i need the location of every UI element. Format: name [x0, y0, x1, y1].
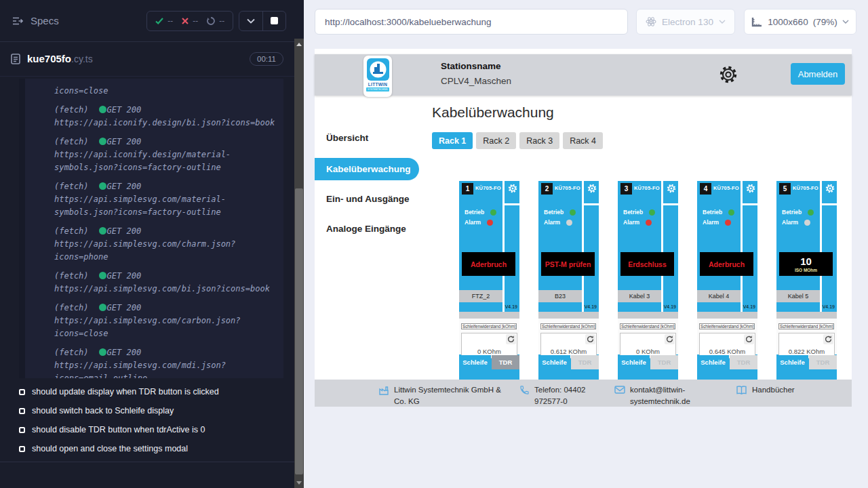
chevron-down-icon: [247, 18, 255, 24]
tab-rack-2[interactable]: Rack 2: [476, 132, 516, 149]
alarm-status: Alarm: [782, 219, 810, 226]
betrieb-led-icon: [490, 209, 496, 216]
status-ok-dot-icon: [99, 304, 106, 311]
spec-extension: .cy.ts: [71, 54, 93, 64]
firmware-version: V4.19: [585, 304, 597, 309]
collapse-all-button[interactable]: [239, 12, 262, 30]
refresh-icon[interactable]: [506, 334, 516, 344]
device-model: KÜ705-FO: [555, 185, 580, 191]
sidebar-item-uebersicht[interactable]: Übersicht: [326, 133, 368, 143]
tab-rack-4[interactable]: Rack 4: [563, 132, 603, 149]
tdr-button[interactable]: TDR: [492, 355, 519, 369]
test-pending-icon: [19, 389, 25, 395]
betrieb-led-icon: [649, 209, 655, 216]
refresh-icon[interactable]: [744, 334, 754, 344]
refresh-icon[interactable]: [585, 334, 595, 344]
test-item[interactable]: should disable TDR button when tdrActive…: [0, 420, 294, 439]
factory-icon: [378, 385, 389, 396]
alarm-status: Alarm: [465, 219, 493, 226]
scrollbar-track[interactable]: [294, 39, 304, 488]
browser-select[interactable]: Electron 130: [636, 9, 735, 35]
alarm-led-icon: [487, 220, 493, 226]
network-log-entry[interactable]: (fetch)GET 200 https://api.simplesvg.com…: [54, 346, 277, 378]
electron-icon: [646, 16, 656, 27]
measurement-label: Schleifenwiderstand [kOhm]: [699, 323, 755, 329]
device-settings-gear-icon[interactable]: [508, 184, 517, 196]
tab-rack-3[interactable]: Rack 3: [519, 132, 559, 149]
divider: [538, 312, 599, 319]
logout-button[interactable]: Abmelden: [791, 63, 845, 85]
status-ok-dot-icon: [99, 227, 106, 235]
divider: [743, 203, 757, 205]
check-icon: [155, 18, 163, 24]
measurement-label: Schleifenwiderstand [kOhm]: [778, 323, 834, 329]
log-continuation[interactable]: icons=close: [54, 85, 277, 98]
settings-gear-icon[interactable]: [719, 65, 738, 87]
test-pending-icon: [19, 446, 25, 452]
tdr-button[interactable]: TDR: [809, 355, 837, 369]
device-model: KÜ705-FO: [713, 185, 739, 191]
firmware-version: V4.19: [743, 304, 755, 309]
tdr-button[interactable]: TDR: [730, 355, 757, 369]
network-log-entry[interactable]: (fetch)GET 200 https://api.simplesvg.com…: [54, 302, 277, 340]
schleife-button[interactable]: Schleife: [697, 355, 729, 369]
network-log-entry[interactable]: (fetch)GET 200 https://api.simplesvg.com…: [54, 225, 277, 264]
scroll-down-arrow-icon[interactable]: [296, 481, 302, 485]
sidebar-item-analoge-eingaenge[interactable]: Analoge Eingänge: [326, 224, 406, 234]
measurement-value: 0.645 KOhm: [700, 348, 755, 355]
sidebar-item-kabelueberwachung[interactable]: Kabelüberwachung: [315, 158, 419, 180]
logo-subtext: SYSTEMTECHNIK: [366, 87, 389, 92]
network-log-entry[interactable]: (fetch)GET 200 https://api.simplesvg.com…: [54, 270, 277, 296]
device-settings-gear-icon[interactable]: [746, 184, 755, 196]
url-bar[interactable]: http://localhost:3000/kabelueberwachung: [315, 9, 628, 35]
device-card-1: 1 KÜ705-FO Betrieb Alarm Aderbruch FTZ_2…: [459, 181, 519, 384]
device-settings-gear-icon[interactable]: [825, 184, 835, 196]
footer-manuals[interactable]: Handbücher: [736, 384, 795, 396]
test-item[interactable]: should switch back to Schleife display: [0, 401, 294, 420]
divider: [582, 181, 584, 312]
schleife-button[interactable]: Schleife: [538, 355, 570, 369]
viewport-select[interactable]: 1000x660 (79%): [744, 9, 856, 35]
tdr-button[interactable]: TDR: [571, 355, 599, 369]
company-logo: LITTWIN SYSTEMTECHNIK: [363, 56, 392, 97]
footer-email[interactable]: kontakt@littwin-systemtechnik.de: [614, 384, 705, 408]
refresh-icon[interactable]: [823, 334, 833, 344]
sidebar-item-ein-und-ausgaenge[interactable]: Ein- und Ausgänge: [326, 194, 410, 204]
test-item[interactable]: should open and close the settings modal: [0, 439, 294, 458]
network-log-entry[interactable]: (fetch)GET 200 https://api.iconify.desig…: [54, 104, 277, 129]
schleife-button[interactable]: Schleife: [459, 355, 491, 369]
device-card-5: 5 KÜ705-FO Betrieb Alarm 10 ISO MOhm Kab…: [776, 181, 837, 384]
scroll-up-arrow-icon[interactable]: [296, 43, 302, 46]
test-item[interactable]: should update display when TDR button is…: [0, 382, 294, 401]
network-log-entry[interactable]: (fetch)GET 200 https://api.simplesvg.com…: [54, 180, 277, 219]
firmware-version: V4.19: [505, 304, 517, 309]
browser-name: Electron 130: [662, 17, 713, 27]
schleife-button[interactable]: Schleife: [618, 355, 650, 369]
divider: [505, 203, 519, 205]
device-settings-gear-icon[interactable]: [667, 184, 676, 196]
betrieb-led-icon: [808, 209, 814, 216]
reporter-scrollbar[interactable]: [294, 0, 304, 488]
run-controls: [239, 11, 286, 31]
rack-tabs: Rack 1 Rack 2 Rack 3 Rack 4: [432, 132, 603, 149]
network-log-entry[interactable]: (fetch)GET 200 https://api.iconify.desig…: [54, 136, 277, 174]
device-card-4: 4 KÜ705-FO Betrieb Alarm Aderbruch Kabel…: [697, 181, 757, 384]
scrollbar-thumb[interactable]: [295, 188, 303, 474]
app-window: Stationsname CPLV4_Maschen Abmelden: [315, 49, 852, 407]
refresh-icon[interactable]: [665, 334, 675, 344]
spec-row[interactable]: kue705fo.cy.ts 00:11: [0, 42, 294, 77]
divider: [822, 203, 837, 205]
tab-rack-1[interactable]: Rack 1: [432, 132, 473, 149]
measurement-panel: Schleifenwiderstand [kOhm] 0.645 KOhm: [697, 319, 757, 354]
specs-menu-icon[interactable]: [12, 16, 23, 26]
request-url: https://api.simplesvg.com/carbon.json?ic…: [54, 314, 277, 340]
mode-buttons: Schleife TDR: [776, 355, 837, 369]
stop-run-button[interactable]: [262, 12, 285, 30]
stat-pending: --: [207, 16, 224, 26]
status-ok-dot-icon: [99, 348, 106, 356]
device-settings-gear-icon[interactable]: [587, 184, 597, 196]
specs-title: Specs: [12, 15, 59, 26]
measurement-value: 0 KOhm: [620, 348, 675, 355]
schleife-button[interactable]: Schleife: [776, 355, 808, 369]
tdr-button[interactable]: TDR: [650, 355, 678, 369]
